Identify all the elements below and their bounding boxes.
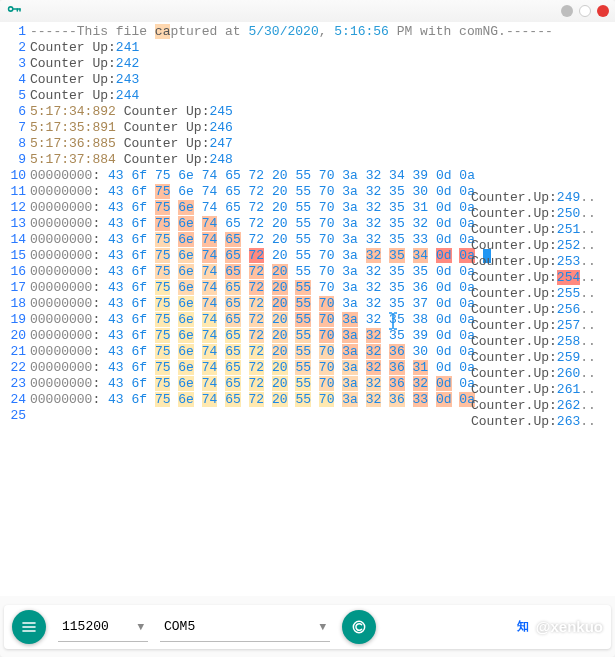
line-number: 9 [0,152,26,168]
line-number: 20 [0,328,26,344]
baud-value: 115200 [62,619,109,634]
line-gutter: 1234567891011121314151617181920212223242… [0,22,30,596]
line-number: 17 [0,280,26,296]
line-number: 16 [0,264,26,280]
line-number: 23 [0,376,26,392]
line-number: 8 [0,136,26,152]
line-number: 14 [0,232,26,248]
titlebar [0,0,615,22]
line-number: 15 [0,248,26,264]
line-number: 12 [0,200,26,216]
key-icon [6,1,22,21]
port-value: COM5 [164,619,195,634]
minimize-button[interactable] [561,5,573,17]
line-number: 4 [0,72,26,88]
line-number: 21 [0,344,26,360]
line-number: 18 [0,296,26,312]
line-number: 5 [0,88,26,104]
line-number: 19 [0,312,26,328]
maximize-button[interactable] [579,5,591,17]
line-number: 6 [0,104,26,120]
close-button[interactable] [597,5,609,17]
line-number: 24 [0,392,26,408]
chevron-down-icon: ▼ [137,621,144,633]
baud-select[interactable]: 115200 ▼ [58,612,148,642]
line-number: 11 [0,184,26,200]
bottom-bar: 115200 ▼ COM5 ▼ [4,605,611,649]
line-number: 22 [0,360,26,376]
editor-content[interactable]: ------This file captured at 5/30/2020, 5… [30,22,615,596]
menu-button[interactable] [12,610,46,644]
chevron-down-icon: ▼ [319,621,326,633]
editor[interactable]: 1234567891011121314151617181920212223242… [0,22,615,596]
copy-button[interactable] [342,610,376,644]
line-number: 3 [0,56,26,72]
caret [483,249,491,263]
line-number: 1 [0,24,26,40]
port-select[interactable]: COM5 ▼ [160,612,330,642]
line-number: 10 [0,168,26,184]
line-number: 2 [0,40,26,56]
line-number: 7 [0,120,26,136]
line-number: 25 [0,408,26,424]
app-window: 1234567891011121314151617181920212223242… [0,0,615,657]
line-number: 13 [0,216,26,232]
